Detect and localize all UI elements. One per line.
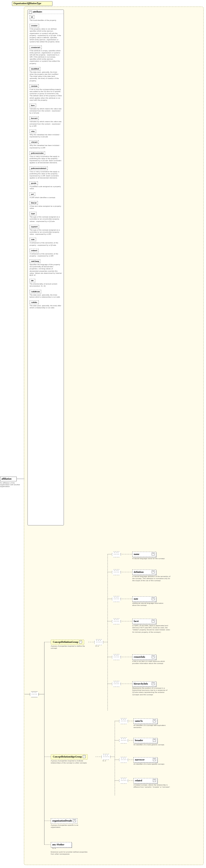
attribute-name: xml:lang [30,259,40,263]
remoteinfo-desc: A link to an item or a web resource whic… [132,660,168,664]
attribute-desc: If the property value is not defined, sp… [30,28,62,43]
expand-icon[interactable]: + [152,682,155,685]
concept-definition-group[interactable]: ConceptDefinitionGroup − [51,640,84,645]
connector [127,740,133,741]
connector [120,657,132,657]
attribute-desc: One or many constraints that apply to pu… [30,155,62,164]
attribute-desc: Why the metadata has been included - exp… [30,134,62,138]
attribute-desc: If the attribute is empty, specifies whi… [30,50,62,65]
attribute-item: validtoThe date (and, optionally, the ti… [30,301,62,309]
connector [107,684,112,684]
expand-icon[interactable]: − [83,755,86,758]
sequence-compositor [119,738,128,743]
attribute-name: role [30,238,36,241]
connector [114,721,119,721]
attribute-item: dirThe directionality of textual content… [30,279,62,287]
related-element[interactable]: related + [133,778,157,783]
attribute-desc: The local identifier of the property. [30,19,62,22]
attribute-name: literal [30,201,38,205]
organisation-details-element[interactable]: organisationDetails + [51,818,77,824]
expand-icon[interactable]: + [153,779,156,782]
expand-icon[interactable]: + [152,570,155,574]
hierarchyinfo-element[interactable]: hierarchyInfo + [132,681,156,687]
sequence-compositor [119,778,128,784]
connector [114,721,115,795]
connector [44,756,51,757]
attribute-name: validfrom [30,290,41,293]
note-desc: Additional natural language information … [132,602,165,607]
cdg-desc: A group of properties required to define… [51,645,86,649]
broader-element[interactable]: broader + [133,738,157,743]
connector [120,621,132,621]
attribute-item: pubconstrainturiOne or many constraints … [30,166,62,179]
attribute-item: roleA refinement of the semantics of the… [30,238,62,246]
attribute-name: type [30,212,36,215]
attribute-item: customIf set to true the corresponding p… [30,84,62,101]
cardinality: 0..∞ [103,760,106,762]
sequence-compositor [119,718,128,724]
sameas-element[interactable]: sameAs + [133,718,157,724]
any-other-element[interactable]: any ##other [51,842,72,847]
expand-icon[interactable]: + [153,719,156,722]
attribute-name: creator [30,24,39,27]
connector [44,844,51,845]
attribute-desc: Indicates by which means the value was e… [30,108,62,114]
attribute-desc: The date (and, optionally, the time) whe… [30,71,62,82]
attribute-name: roleuri [30,249,38,252]
definition-element[interactable]: definition + [132,569,156,575]
expand-icon[interactable]: + [152,597,155,600]
expand-icon[interactable]: + [152,655,155,658]
connector [120,572,132,572]
attribute-desc: The date (and, optionally, the time) aft… [30,305,62,309]
attribute-name: modified [30,67,40,71]
sequence-compositor [94,639,103,645]
attribute-name: pubconstrainturi [30,166,48,170]
sequence-compositor [30,691,39,697]
expand-icon[interactable]: + [152,553,155,556]
attribute-item: qcodeA qualified code assigned as a prop… [30,181,62,190]
cardinality: 0..∞ [53,847,56,849]
sequence-compositor [102,754,110,760]
attribute-desc: The date (and, optionally, the time) bef… [30,294,62,298]
sequence-compositor [112,596,121,602]
facet-element[interactable]: facet + [132,619,156,624]
attribute-desc: A refinement of the semantics of the pro… [30,242,62,246]
attribute-name: validto [30,301,39,304]
attribute-desc: A refinement of the semantics of the pro… [30,253,62,257]
expand-icon[interactable]: + [153,758,156,761]
attribute-desc: Specifies the language of this property … [30,264,62,276]
attribute-item: idThe local identifier of the property. [30,15,62,22]
definition-desc: A natural language definition of the sem… [132,576,171,582]
attributes-header[interactable]: − attributes [28,10,63,14]
facet-desc: In NAR 1.8 and later, facet is deprecate… [132,625,171,633]
connector [44,820,51,821]
attribute-name: how [30,104,36,107]
broader-desc: An identifier of a more generic concept. [133,744,169,746]
attribute-item: xml:langSpecifies the language of this p… [30,259,62,276]
attribute-name: uri [30,192,35,196]
remoteinfo-element[interactable]: remoteInfo + [132,654,156,660]
attribute-item: whyuriWhy the metadata has been included… [30,140,62,149]
name-element[interactable]: name + [132,552,156,557]
note-element[interactable]: note + [132,596,156,602]
affiliation-element[interactable]: affiliation [0,476,17,482]
attribute-item: uriA URI which identifies a concept. [30,192,62,199]
attribute-item: creatoruriIf the attribute is empty, spe… [30,45,62,65]
affiliation-desc: An affiliation of the organisation with … [0,482,22,487]
concept-relationships-group[interactable]: ConceptRelationshipsGroup − [51,754,88,760]
expand-icon[interactable]: − [79,641,82,643]
sequence-compositor [112,618,121,624]
expand-icon[interactable]: + [153,739,156,742]
attribute-item: creatorIf the property value is not defi… [30,24,62,43]
attribute-name: pubconstraint [30,151,45,155]
connector [127,760,133,760]
narrower-desc: An identifier of a more specific concept… [133,763,169,765]
attribute-desc: The directionality of textual content (e… [30,283,62,287]
expand-icon[interactable]: + [73,819,76,822]
narrower-element[interactable]: narrower + [133,757,157,763]
attribute-desc: The type of the concept assigned as a co… [30,216,62,222]
connector [44,642,45,844]
expand-icon[interactable]: + [152,620,155,623]
connector [107,554,112,554]
collapse-icon[interactable]: − [29,11,32,14]
